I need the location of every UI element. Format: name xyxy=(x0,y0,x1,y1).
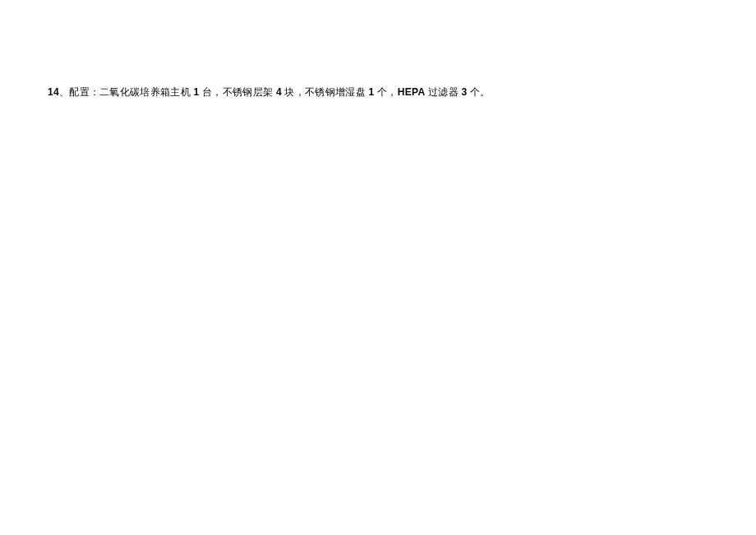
hepa-label: HEPA xyxy=(398,86,426,98)
qty-shelves: 4 xyxy=(276,86,282,98)
text-part1a: 二氧化碳培养箱主机 xyxy=(99,86,193,98)
qty-main-unit: 1 xyxy=(194,86,200,98)
qty-humidity-tray: 1 xyxy=(369,86,375,98)
text-part1d: 个， xyxy=(375,86,398,98)
config-prefix: 配置： xyxy=(69,86,99,98)
qty-filters: 3 xyxy=(462,86,468,98)
item-number: 14 xyxy=(48,86,59,98)
item-separator: 、 xyxy=(59,86,69,98)
text-part1e: 过滤器 xyxy=(425,86,461,98)
text-part1b: 台，不锈钢层架 xyxy=(200,86,276,98)
text-part1f: 个。 xyxy=(468,86,491,98)
document-body: 14、配置：二氧化碳培养箱主机 1 台，不锈钢层架 4 块，不锈钢增湿盘 1 个… xyxy=(48,85,708,100)
text-part1c: 块，不锈钢增湿盘 xyxy=(282,86,369,98)
config-line: 14、配置：二氧化碳培养箱主机 1 台，不锈钢层架 4 块，不锈钢增湿盘 1 个… xyxy=(48,85,708,100)
